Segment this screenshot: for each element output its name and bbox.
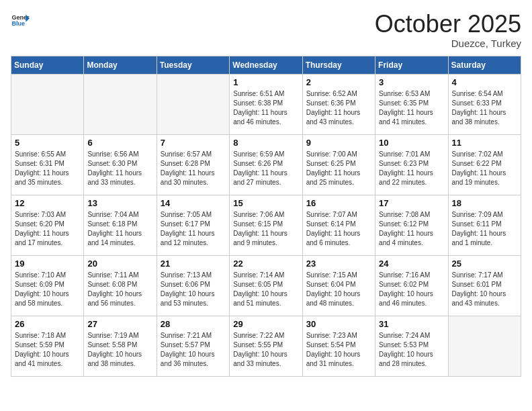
day-info: Sunrise: 6:55 AM Sunset: 6:31 PM Dayligh… [15,150,80,187]
calendar-cell: 23Sunrise: 7:15 AM Sunset: 6:04 PM Dayli… [302,255,375,316]
calendar-cell: 10Sunrise: 7:01 AM Sunset: 6:23 PM Dayli… [375,134,448,195]
day-number: 1 [233,77,298,87]
day-number: 26 [15,319,80,329]
day-info: Sunrise: 6:53 AM Sunset: 6:35 PM Dayligh… [379,89,444,127]
day-number: 12 [15,198,80,208]
calendar-week-3: 12Sunrise: 7:03 AM Sunset: 6:20 PM Dayli… [11,195,521,255]
day-info: Sunrise: 6:54 AM Sunset: 6:33 PM Dayligh… [452,89,517,127]
calendar-cell: 3Sunrise: 6:53 AM Sunset: 6:35 PM Daylig… [375,74,448,134]
day-number: 29 [233,319,298,329]
day-info: Sunrise: 7:04 AM Sunset: 6:18 PM Dayligh… [87,210,152,248]
day-number: 25 [452,259,517,269]
day-number: 13 [87,198,152,208]
day-info: Sunrise: 7:03 AM Sunset: 6:20 PM Dayligh… [15,210,80,248]
month-title: October 2025 [375,11,521,38]
calendar-table: SundayMondayTuesdayWednesdayThursdayFrid… [11,56,521,377]
day-info: Sunrise: 7:14 AM Sunset: 6:05 PM Dayligh… [233,271,298,308]
day-number: 19 [15,259,80,269]
calendar-cell: 26Sunrise: 7:18 AM Sunset: 5:59 PM Dayli… [11,316,84,376]
day-number: 15 [233,198,298,208]
day-info: Sunrise: 6:59 AM Sunset: 6:26 PM Dayligh… [233,150,298,187]
day-number: 5 [15,138,80,148]
calendar-cell [157,74,229,134]
day-info: Sunrise: 7:08 AM Sunset: 6:12 PM Dayligh… [379,210,444,248]
title-block: October 2025 Duezce, Turkey [375,11,521,49]
day-info: Sunrise: 7:16 AM Sunset: 6:02 PM Dayligh… [379,271,444,308]
calendar-week-1: 1Sunrise: 6:51 AM Sunset: 6:38 PM Daylig… [11,74,521,134]
col-header-monday: Monday [84,56,157,74]
day-number: 11 [452,138,517,148]
day-number: 8 [233,138,298,148]
calendar-cell: 5Sunrise: 6:55 AM Sunset: 6:31 PM Daylig… [11,134,84,195]
calendar-cell: 2Sunrise: 6:52 AM Sunset: 6:36 PM Daylig… [302,74,375,134]
day-number: 20 [87,259,152,269]
calendar-cell: 24Sunrise: 7:16 AM Sunset: 6:02 PM Dayli… [375,255,448,316]
col-header-tuesday: Tuesday [157,56,229,74]
calendar-cell: 30Sunrise: 7:23 AM Sunset: 5:54 PM Dayli… [302,316,375,376]
day-number: 14 [161,198,226,208]
day-info: Sunrise: 7:18 AM Sunset: 5:59 PM Dayligh… [15,331,80,369]
calendar-cell: 8Sunrise: 6:59 AM Sunset: 6:26 PM Daylig… [230,134,302,195]
day-info: Sunrise: 7:02 AM Sunset: 6:22 PM Dayligh… [452,150,517,187]
day-info: Sunrise: 7:11 AM Sunset: 6:08 PM Dayligh… [87,271,152,308]
col-header-thursday: Thursday [302,56,375,74]
day-info: Sunrise: 7:17 AM Sunset: 6:01 PM Dayligh… [452,271,517,308]
calendar-cell: 13Sunrise: 7:04 AM Sunset: 6:18 PM Dayli… [84,195,157,255]
day-info: Sunrise: 7:06 AM Sunset: 6:15 PM Dayligh… [233,210,298,248]
day-number: 30 [306,319,371,329]
calendar-cell: 29Sunrise: 7:22 AM Sunset: 5:55 PM Dayli… [230,316,302,376]
day-info: Sunrise: 6:51 AM Sunset: 6:38 PM Dayligh… [233,89,298,127]
day-info: Sunrise: 6:52 AM Sunset: 6:36 PM Dayligh… [306,89,371,127]
day-number: 6 [87,138,152,148]
location: Duezce, Turkey [375,38,521,49]
day-info: Sunrise: 7:15 AM Sunset: 6:04 PM Dayligh… [306,271,371,308]
calendar-cell: 1Sunrise: 6:51 AM Sunset: 6:38 PM Daylig… [230,74,302,134]
day-info: Sunrise: 7:09 AM Sunset: 6:11 PM Dayligh… [452,210,517,248]
calendar-cell: 21Sunrise: 7:13 AM Sunset: 6:06 PM Dayli… [157,255,229,316]
calendar-cell: 31Sunrise: 7:24 AM Sunset: 5:53 PM Dayli… [375,316,448,376]
day-info: Sunrise: 7:05 AM Sunset: 6:17 PM Dayligh… [161,210,226,248]
day-info: Sunrise: 7:22 AM Sunset: 5:55 PM Dayligh… [233,331,298,369]
day-number: 27 [87,319,152,329]
day-info: Sunrise: 6:56 AM Sunset: 6:30 PM Dayligh… [87,150,152,187]
day-number: 31 [379,319,444,329]
calendar-cell: 19Sunrise: 7:10 AM Sunset: 6:09 PM Dayli… [11,255,84,316]
calendar-cell: 28Sunrise: 7:21 AM Sunset: 5:57 PM Dayli… [157,316,229,376]
day-number: 4 [452,77,517,87]
calendar-cell: 27Sunrise: 7:19 AM Sunset: 5:58 PM Dayli… [84,316,157,376]
logo-icon: General Blue [11,11,30,30]
calendar-cell: 4Sunrise: 6:54 AM Sunset: 6:33 PM Daylig… [448,74,521,134]
day-number: 24 [379,259,444,269]
calendar-cell [11,74,84,134]
day-number: 17 [379,198,444,208]
calendar-cell: 16Sunrise: 7:07 AM Sunset: 6:14 PM Dayli… [302,195,375,255]
calendar-cell: 22Sunrise: 7:14 AM Sunset: 6:05 PM Dayli… [230,255,302,316]
day-number: 10 [379,138,444,148]
calendar-cell: 18Sunrise: 7:09 AM Sunset: 6:11 PM Dayli… [448,195,521,255]
day-number: 2 [306,77,371,87]
day-info: Sunrise: 7:19 AM Sunset: 5:58 PM Dayligh… [87,331,152,369]
day-number: 28 [161,319,226,329]
calendar-cell [448,316,521,376]
page-header: General Blue October 2025 Duezce, Turkey [11,11,521,49]
calendar-cell: 7Sunrise: 6:57 AM Sunset: 6:28 PM Daylig… [157,134,229,195]
calendar-header-row: SundayMondayTuesdayWednesdayThursdayFrid… [11,56,521,74]
col-header-wednesday: Wednesday [230,56,302,74]
day-number: 18 [452,198,517,208]
calendar-cell [84,74,157,134]
col-header-friday: Friday [375,56,448,74]
day-info: Sunrise: 7:13 AM Sunset: 6:06 PM Dayligh… [161,271,226,308]
day-number: 7 [161,138,226,148]
calendar-cell: 20Sunrise: 7:11 AM Sunset: 6:08 PM Dayli… [84,255,157,316]
day-info: Sunrise: 7:00 AM Sunset: 6:25 PM Dayligh… [306,150,371,187]
calendar-cell: 6Sunrise: 6:56 AM Sunset: 6:30 PM Daylig… [84,134,157,195]
day-info: Sunrise: 7:10 AM Sunset: 6:09 PM Dayligh… [15,271,80,308]
day-info: Sunrise: 6:57 AM Sunset: 6:28 PM Dayligh… [161,150,226,187]
calendar-week-5: 26Sunrise: 7:18 AM Sunset: 5:59 PM Dayli… [11,316,521,376]
calendar-week-2: 5Sunrise: 6:55 AM Sunset: 6:31 PM Daylig… [11,134,521,195]
calendar-cell: 9Sunrise: 7:00 AM Sunset: 6:25 PM Daylig… [302,134,375,195]
svg-text:Blue: Blue [11,20,25,27]
calendar-cell: 15Sunrise: 7:06 AM Sunset: 6:15 PM Dayli… [230,195,302,255]
calendar-week-4: 19Sunrise: 7:10 AM Sunset: 6:09 PM Dayli… [11,255,521,316]
day-number: 16 [306,198,371,208]
